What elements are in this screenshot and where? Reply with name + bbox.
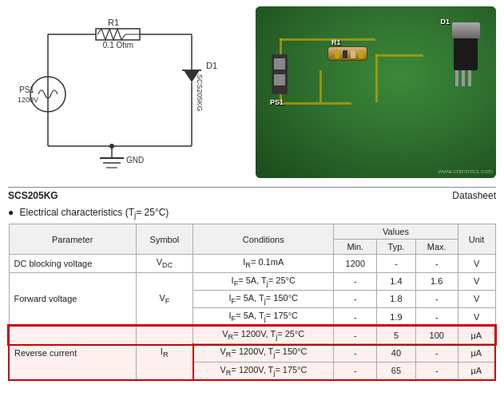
unit-rc1: μA — [458, 326, 495, 344]
val-rc3-typ: 65 — [377, 362, 416, 380]
col-header-parameter: Parameter — [9, 224, 136, 255]
svg-point-24 — [109, 144, 114, 149]
param-dc-blocking: DC blocking voltage — [9, 255, 136, 272]
characteristics-table: Parameter Symbol Conditions Values Unit … — [8, 224, 496, 380]
val-rc3-max: - — [415, 362, 458, 380]
cond-rc1: VR= 1200V, Tj= 25°C — [193, 326, 334, 344]
cond-fv2: IF= 5A, Tj= 150°C — [193, 290, 334, 307]
svg-text:D1: D1 — [206, 61, 217, 70]
cond-rc3: VR= 1200V, Tj= 175°C — [193, 362, 334, 380]
watermark: www.cntronics.com — [439, 168, 493, 175]
svg-text:1200V: 1200V — [18, 96, 38, 104]
svg-text:R1: R1 — [108, 18, 119, 27]
board-d1-label: D1 — [440, 18, 450, 26]
part-header: SCS205KG Datasheet — [8, 187, 496, 204]
param-fwd-voltage: Forward voltage — [9, 272, 136, 326]
val-rc1-typ: 5 — [377, 326, 416, 344]
table-row-reverse-current: Reverse current IR VR= 1200V, Tj= 25°C -… — [9, 326, 495, 344]
val-fv1-max: 1.6 — [415, 272, 458, 290]
val-fv1-typ: 1.4 — [377, 272, 416, 290]
val-fv3-max: - — [415, 307, 458, 326]
col-header-symbol: Symbol — [136, 224, 192, 255]
pcb-board-photo: R1 D1 PS1 www.cntronics.com — [256, 6, 496, 178]
top-section: R1 0.1 Ohm D1 SCS205KG — [0, 0, 504, 184]
symbol-vdc: VDC — [136, 255, 192, 272]
svg-text:PS1: PS1 — [19, 85, 34, 94]
val-rc1-max: 100 — [415, 326, 458, 344]
unit-rc3: μA — [458, 362, 495, 380]
cond-fv3: IF= 5A, Tj= 175°C — [193, 307, 334, 326]
col-header-values: Values — [334, 224, 458, 240]
col-header-min: Min. — [334, 240, 377, 255]
val-fv3-typ: 1.9 — [377, 307, 416, 326]
unit-rc2: μA — [458, 344, 495, 362]
board-ps1-label: PS1 — [270, 98, 284, 106]
col-header-conditions: Conditions — [193, 224, 334, 255]
val-rc3-min: - — [334, 362, 377, 380]
val-dc-typ: - — [377, 255, 416, 272]
data-section: SCS205KG Datasheet ● Electrical characte… — [0, 184, 504, 384]
table-row: Forward voltage VF IF= 5A, Tj= 25°C - 1.… — [9, 272, 495, 290]
val-fv2-typ: 1.8 — [377, 290, 416, 307]
param-reverse-current: Reverse current — [9, 326, 136, 380]
circuit-diagram: R1 0.1 Ohm D1 SCS205KG — [8, 6, 248, 178]
cond-rc2: VR= 1200V, Tj= 150°C — [193, 344, 334, 362]
val-dc-max: - — [415, 255, 458, 272]
board-r1-label: R1 — [331, 38, 341, 46]
svg-text:0.1 Ohm: 0.1 Ohm — [103, 41, 133, 50]
characteristics-title: Electrical characteristics (Tj= 25°C) — [20, 207, 169, 218]
col-header-max: Max. — [415, 240, 458, 255]
table-row: DC blocking voltage VDC IR= 0.1mA 1200 -… — [9, 255, 495, 272]
val-rc2-min: - — [334, 344, 377, 362]
val-rc2-max: - — [415, 344, 458, 362]
val-fv2-max: - — [415, 290, 458, 307]
unit-fv3: V — [458, 307, 495, 326]
svg-text:GND: GND — [126, 156, 144, 164]
section-title: ● Electrical characteristics (Tj= 25°C) — [8, 207, 496, 220]
svg-text:SCS205KG: SCS205KG — [196, 74, 204, 112]
unit-fv1: V — [458, 272, 495, 290]
val-fv2-min: - — [334, 290, 377, 307]
unit-dc: V — [458, 255, 495, 272]
part-number: SCS205KG — [8, 190, 58, 201]
cond-dc: IR= 0.1mA — [193, 255, 334, 272]
val-fv1-min: - — [334, 272, 377, 290]
col-header-typ: Typ. — [377, 240, 416, 255]
val-rc1-min: - — [334, 326, 377, 344]
bullet-icon: ● — [8, 207, 14, 218]
val-dc-min: 1200 — [334, 255, 377, 272]
symbol-vf: VF — [136, 272, 192, 326]
val-rc2-typ: 40 — [377, 344, 416, 362]
col-header-unit: Unit — [458, 224, 495, 255]
unit-fv2: V — [458, 290, 495, 307]
val-fv3-min: - — [334, 307, 377, 326]
cond-fv1: IF= 5A, Tj= 25°C — [193, 272, 334, 290]
datasheet-label: Datasheet — [452, 190, 496, 201]
symbol-ir: IR — [136, 326, 192, 380]
